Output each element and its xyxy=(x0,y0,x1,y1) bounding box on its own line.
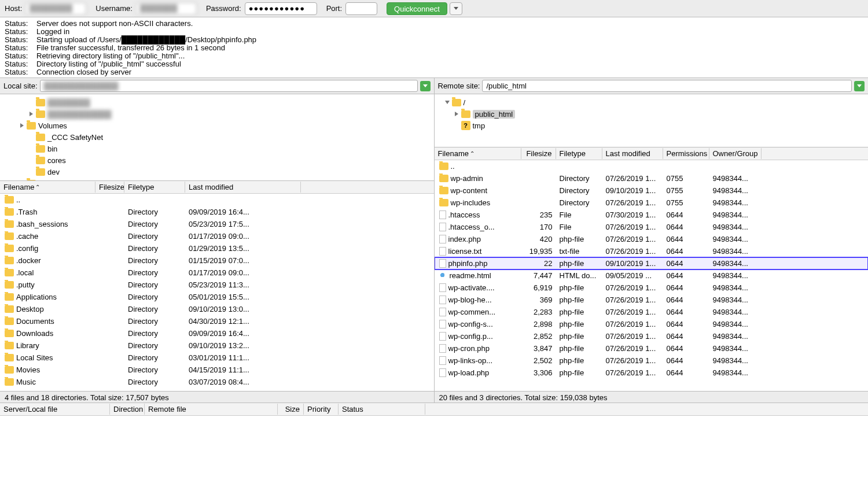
file-modified: 07/26/2019 1... xyxy=(602,234,663,244)
col-filename[interactable]: Filename xyxy=(438,149,469,158)
list-item[interactable]: Local SitesDirectory03/01/2019 11:1... xyxy=(0,352,434,364)
local-list-header[interactable]: Filename⌃ Filesize Filetype Last modifie… xyxy=(0,181,434,194)
list-item[interactable]: MusicDirectory03/07/2019 08:4... xyxy=(0,376,434,388)
list-item[interactable]: wp-cron.php3,847php-file07/26/2019 1...0… xyxy=(435,342,869,355)
list-item[interactable]: .TrashDirectory09/09/2019 16:4... xyxy=(0,206,434,218)
quickconnect-dropdown[interactable] xyxy=(450,2,462,15)
tree-item[interactable]: ████████ xyxy=(0,97,434,108)
list-item[interactable]: index.php420php-file07/26/2019 1...06449… xyxy=(435,233,869,245)
tree-item[interactable]: ?tmp xyxy=(435,120,869,131)
local-tree[interactable]: ████████████████████Volumes_CCC SafetyNe… xyxy=(0,94,434,181)
list-item[interactable]: .bash_sessionsDirectory05/23/2019 17:5..… xyxy=(0,218,434,230)
col-lastmodified[interactable]: Last modified xyxy=(185,182,301,193)
local-site-dropdown[interactable] xyxy=(420,81,431,91)
file-modified: 01/29/2019 13:5... xyxy=(185,243,301,253)
file-type: Directory xyxy=(124,304,185,314)
remote-list-header[interactable]: Filename⌃ Filesize Filetype Last modifie… xyxy=(435,147,869,160)
list-item[interactable]: wp-load.php3,306php-file07/26/2019 1...0… xyxy=(435,367,869,379)
file-type: php-file xyxy=(556,307,602,317)
tree-item[interactable]: ████████████ xyxy=(0,108,434,120)
list-item[interactable]: DocumentsDirectory04/30/2019 12:1... xyxy=(0,315,434,327)
list-item[interactable]: license.txt19,935txt-file07/26/2019 1...… xyxy=(435,245,869,257)
list-item[interactable]: wp-commen...2,283php-file07/26/2019 1...… xyxy=(435,306,869,318)
file-name: Movies xyxy=(16,365,40,374)
list-item[interactable]: .. xyxy=(0,194,434,206)
file-size xyxy=(95,382,124,383)
tree-label: ████████ xyxy=(47,98,90,107)
list-item[interactable]: wp-contentDirectory09/10/2019 1...075594… xyxy=(435,184,869,197)
list-item[interactable]: DownloadsDirectory09/09/2019 16:4... xyxy=(0,327,434,339)
quickconnect-button[interactable]: Quickconnect xyxy=(387,2,447,15)
file-type: Directory xyxy=(124,328,185,338)
list-item[interactable]: .configDirectory01/29/2019 13:5... xyxy=(0,242,434,254)
tree-item[interactable]: bin xyxy=(0,143,434,154)
col-lastmodified[interactable]: Last modified xyxy=(602,148,663,159)
remote-site-path[interactable]: /public_html xyxy=(482,80,852,92)
file-type: Directory xyxy=(124,207,185,217)
col-server-local-file[interactable]: Server/Local file xyxy=(0,404,110,415)
remote-tree[interactable]: /public_html?tmp xyxy=(435,94,869,147)
list-item[interactable]: LibraryDirectory09/10/2019 13:2... xyxy=(0,339,434,352)
list-item[interactable]: wp-includesDirectory07/26/2019 1...07559… xyxy=(435,197,869,209)
file-name: wp-blog-he... xyxy=(448,296,492,304)
list-item[interactable]: wp-adminDirectory07/26/2019 1...07559498… xyxy=(435,172,869,184)
remote-list-body[interactable]: ..wp-adminDirectory07/26/2019 1...075594… xyxy=(435,160,869,391)
list-item[interactable]: wp-activate....6,919php-file07/26/2019 1… xyxy=(435,282,869,294)
list-item[interactable]: wp-config-s...2,898php-file07/26/2019 1.… xyxy=(435,318,869,330)
tree-item[interactable]: etc xyxy=(0,178,434,181)
list-item[interactable]: wp-blog-he...369php-file07/26/2019 1...0… xyxy=(435,294,869,306)
host-input[interactable] xyxy=(25,2,86,15)
local-site-path[interactable]: ██████████████ xyxy=(40,80,418,92)
col-filesize[interactable]: Filesize xyxy=(95,182,124,193)
file-size xyxy=(95,333,124,334)
tree-item[interactable]: public_html xyxy=(435,108,869,120)
col-filesize[interactable]: Filesize xyxy=(521,148,556,159)
chevron-down-icon xyxy=(454,7,458,10)
password-input[interactable] xyxy=(245,2,317,15)
list-item[interactable]: wp-config.p...2,852php-file07/26/2019 1.… xyxy=(435,330,869,342)
list-item[interactable]: MoviesDirectory04/15/2019 11:1... xyxy=(0,364,434,376)
list-item[interactable]: .dockerDirectory01/15/2019 07:0... xyxy=(0,254,434,267)
tree-item[interactable]: cores xyxy=(0,154,434,166)
list-item[interactable]: .htaccess_o...170File07/26/2019 1...0644… xyxy=(435,221,869,233)
local-list-body[interactable]: ...TrashDirectory09/09/2019 16:4....bash… xyxy=(0,194,434,391)
file-size: 7,447 xyxy=(521,271,556,280)
col-owner[interactable]: Owner/Group xyxy=(709,148,762,159)
file-name: readme.html xyxy=(450,271,491,280)
col-size[interactable]: Size xyxy=(278,404,304,415)
col-filename[interactable]: Filename xyxy=(3,183,34,191)
transfer-queue-body[interactable] xyxy=(0,416,868,468)
list-item[interactable]: wp-links-op...2,502php-file07/26/2019 1.… xyxy=(435,355,869,367)
username-input[interactable] xyxy=(136,2,197,15)
file-name: .bash_sessions xyxy=(16,220,68,228)
local-site-label: Local site: xyxy=(3,82,38,90)
col-priority[interactable]: Priority xyxy=(304,404,339,415)
transfer-queue-header[interactable]: Server/Local file Direction Remote file … xyxy=(0,403,868,416)
file-type: File xyxy=(556,222,602,232)
list-item[interactable]: .htaccess235File07/30/2019 1...064494983… xyxy=(435,209,869,221)
col-status[interactable]: Status xyxy=(339,404,425,415)
tree-item[interactable]: / xyxy=(435,97,869,108)
list-item[interactable]: ApplicationsDirectory05/01/2019 15:5... xyxy=(0,291,434,303)
list-item[interactable]: DesktopDirectory09/10/2019 13:0... xyxy=(0,303,434,315)
list-item[interactable]: .localDirectory01/17/2019 09:0... xyxy=(0,267,434,279)
file-size xyxy=(521,202,556,204)
col-permissions[interactable]: Permissions xyxy=(663,148,709,159)
col-direction[interactable]: Direction xyxy=(110,404,145,415)
list-item[interactable]: .puttyDirectory05/23/2019 11:3... xyxy=(0,279,434,291)
list-item[interactable]: .cacheDirectory01/17/2019 09:0... xyxy=(0,230,434,242)
tree-item[interactable]: Volumes xyxy=(0,120,434,131)
port-input[interactable] xyxy=(345,2,377,15)
tree-item[interactable]: dev xyxy=(0,166,434,178)
remote-site-dropdown[interactable] xyxy=(854,81,865,91)
file-type: php-file xyxy=(556,331,602,341)
status-message: Logged in xyxy=(36,28,261,36)
list-item[interactable]: phpinfo.php22php-file09/10/2019 1...0644… xyxy=(435,257,869,269)
list-item[interactable]: readme.html7,447HTML do...09/05/2019 ...… xyxy=(435,269,869,282)
file-size: 3,847 xyxy=(521,344,556,353)
tree-item[interactable]: _CCC SafetyNet xyxy=(0,131,434,143)
list-item[interactable]: .. xyxy=(435,160,869,172)
col-filetype[interactable]: Filetype xyxy=(556,148,602,159)
col-filetype[interactable]: Filetype xyxy=(124,182,185,193)
col-remote-file[interactable]: Remote file xyxy=(145,404,278,415)
